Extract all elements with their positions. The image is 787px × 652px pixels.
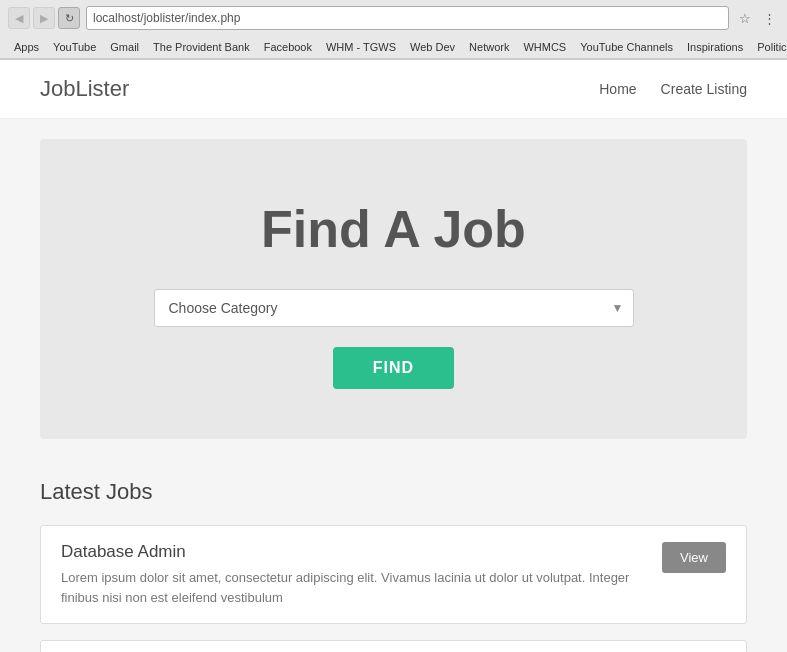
bookmark-item[interactable]: Gmail (104, 39, 145, 55)
jobs-container: Database AdminLorem ipsum dolor sit amet… (40, 525, 747, 652)
bookmark-item[interactable]: Inspirations (681, 39, 749, 55)
page-content: JobLister HomeCreate Listing Find A Job … (0, 60, 787, 652)
job-title: Database Admin (61, 542, 642, 562)
brand-logo: JobLister (40, 76, 129, 102)
forward-button[interactable]: ▶ (33, 7, 55, 29)
category-select-wrap: Choose Category ▼ (154, 289, 634, 327)
nav-link-home[interactable]: Home (599, 81, 636, 97)
url-text: localhost/joblister/index.php (93, 11, 240, 25)
nav-link-create-listing[interactable]: Create Listing (661, 81, 747, 97)
menu-icon[interactable]: ⋮ (759, 8, 779, 28)
view-job-button[interactable]: View (662, 542, 726, 573)
nav-buttons: ◀ ▶ ↻ (8, 7, 80, 29)
hero-title: Find A Job (261, 199, 526, 259)
find-button[interactable]: FIND (333, 347, 454, 389)
job-card: Database AdminLorem ipsum dolor sit amet… (40, 525, 747, 624)
browser-icons: ☆ ⋮ (735, 8, 779, 28)
browser-chrome: ◀ ▶ ↻ localhost/joblister/index.php ☆ ⋮ … (0, 0, 787, 60)
job-info: Database AdminLorem ipsum dolor sit amet… (61, 542, 642, 607)
bookmark-item[interactable]: Network (463, 39, 515, 55)
bookmark-item[interactable]: Apps (8, 39, 45, 55)
job-card: Senior InvestorLorem ipsum dolor sit ame… (40, 640, 747, 652)
nav-links: HomeCreate Listing (599, 81, 747, 97)
bookmark-item[interactable]: The Provident Bank (147, 39, 256, 55)
browser-toolbar: ◀ ▶ ↻ localhost/joblister/index.php ☆ ⋮ (0, 0, 787, 36)
reload-button[interactable]: ↻ (58, 7, 80, 29)
back-button[interactable]: ◀ (8, 7, 30, 29)
bookmark-item[interactable]: WHM - TGWS (320, 39, 402, 55)
job-description: Lorem ipsum dolor sit amet, consectetur … (61, 568, 642, 607)
hero-section: Find A Job Choose Category ▼ FIND (40, 139, 747, 439)
address-bar[interactable]: localhost/joblister/index.php (86, 6, 729, 30)
bookmark-item[interactable]: Web Dev (404, 39, 461, 55)
latest-jobs-section: Latest Jobs Database AdminLorem ipsum do… (0, 459, 787, 652)
bookmark-item[interactable]: WHMCS (517, 39, 572, 55)
category-select[interactable]: Choose Category (154, 289, 634, 327)
section-title: Latest Jobs (40, 479, 747, 505)
bookmarks-bar: AppsYouTubeGmailThe Provident BankFacebo… (0, 36, 787, 59)
bookmark-item[interactable]: YouTube Channels (574, 39, 679, 55)
top-nav: JobLister HomeCreate Listing (0, 60, 787, 119)
bookmark-item[interactable]: Politics (751, 39, 787, 55)
star-icon[interactable]: ☆ (735, 8, 755, 28)
bookmark-item[interactable]: YouTube (47, 39, 102, 55)
bookmark-item[interactable]: Facebook (258, 39, 318, 55)
